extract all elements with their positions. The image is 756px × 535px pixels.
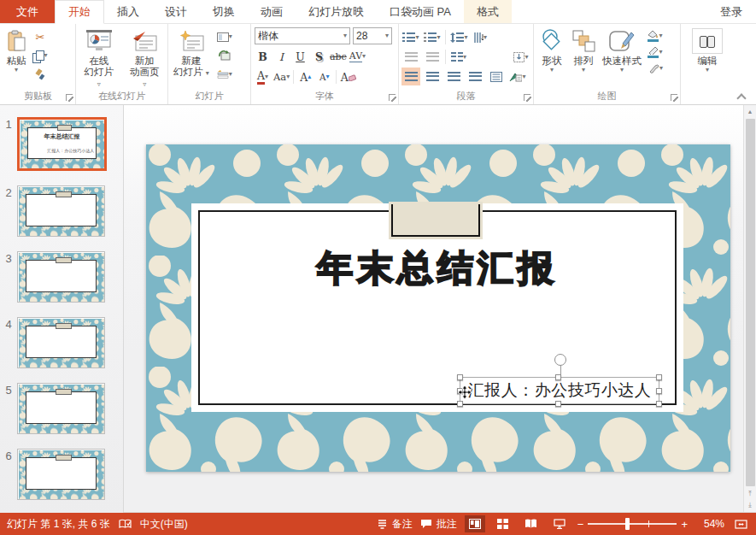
subtitle-text[interactable]: 汇报人：办公技巧小达人: [460, 378, 659, 403]
increase-indent-button[interactable]: [423, 48, 442, 66]
text-shadow-button[interactable]: S: [311, 48, 327, 65]
change-case-button[interactable]: Aa▾: [273, 68, 290, 85]
collapse-ribbon-button[interactable]: [737, 92, 746, 99]
scrollbar-thumb[interactable]: [746, 119, 755, 486]
clear-formatting-button[interactable]: A: [340, 68, 356, 85]
selection-handle-top-right[interactable]: [656, 374, 662, 380]
tab-file[interactable]: 文件: [0, 0, 55, 23]
section-button[interactable]: ▾: [215, 65, 234, 84]
tab-pocket-animation[interactable]: 口袋动画 PA: [377, 0, 464, 23]
increase-font-button[interactable]: A▴: [297, 68, 314, 85]
clipboard-dialog-launcher[interactable]: [66, 94, 73, 101]
columns-button[interactable]: ▾: [449, 48, 468, 66]
distribute-button[interactable]: [487, 68, 506, 85]
reading-view-button[interactable]: [521, 515, 542, 532]
slideshow-view-button[interactable]: [549, 515, 570, 532]
slide-1-canvas[interactable]: 年末总结汇报 汇报人：办公技巧小达人: [146, 144, 730, 472]
font-name-combo[interactable]: 楷体 ▾: [255, 27, 350, 44]
editing-button[interactable]: 编辑 ▾: [689, 26, 725, 73]
font-size-combo[interactable]: 28 ▾: [353, 27, 392, 44]
character-spacing-button[interactable]: AV▾: [349, 48, 366, 65]
text-direction-button[interactable]: ▾: [471, 28, 489, 46]
new-animation-page-button[interactable]: 新加 动画页 ▿: [125, 26, 166, 90]
font-dialog-launcher[interactable]: [389, 94, 396, 101]
previous-slide-button[interactable]: ⤒: [748, 487, 752, 501]
selection-handle-top-middle[interactable]: [555, 374, 561, 380]
bullets-button[interactable]: ▾: [401, 28, 420, 46]
slide-thumbnail-6[interactable]: 6: [0, 449, 123, 500]
paste-button[interactable]: 粘贴 ▾: [3, 26, 29, 90]
font-size-caret[interactable]: ▾: [385, 32, 389, 39]
smartart-button[interactable]: ▾: [508, 68, 527, 85]
tab-slideshow[interactable]: 幻灯片放映: [296, 0, 377, 23]
tab-format[interactable]: 格式: [464, 0, 512, 23]
login-button[interactable]: 登录: [706, 0, 756, 23]
underline-button[interactable]: U: [292, 48, 308, 65]
shapes-button[interactable]: 形状 ▾: [536, 26, 567, 90]
zoom-slider-handle[interactable]: [625, 518, 630, 530]
scroll-up-arrow[interactable]: ▲: [747, 105, 753, 118]
tab-insert[interactable]: 插入: [104, 0, 152, 23]
new-slide-button[interactable]: 新建 幻灯片 ▾: [171, 26, 212, 90]
subtitle-textbox-selected[interactable]: 汇报人：办公技巧小达人: [460, 377, 659, 404]
shape-effects-button[interactable]: ▾: [646, 61, 665, 76]
paste-dropdown-caret[interactable]: ▾: [15, 67, 18, 73]
notes-button[interactable]: 备注: [377, 517, 413, 532]
cut-button[interactable]: ✂: [31, 27, 50, 46]
selection-handle-bottom-right[interactable]: [656, 401, 662, 407]
selection-handle-top-left[interactable]: [457, 374, 463, 380]
numbering-button[interactable]: ▾: [423, 28, 442, 46]
reset-slide-button[interactable]: [215, 46, 234, 65]
slide-thumbnail-1[interactable]: 1 年末总结汇报 汇报人：办公技巧小达人: [0, 117, 123, 171]
align-right-button[interactable]: [444, 68, 463, 85]
spell-check-icon[interactable]: [119, 519, 132, 530]
tab-transitions[interactable]: 切换: [200, 0, 248, 23]
decrease-indent-button[interactable]: [401, 48, 420, 66]
slide-thumbnail-4[interactable]: 4: [0, 317, 123, 368]
comments-button[interactable]: 批注: [420, 517, 457, 532]
slide-sorter-view-button[interactable]: [493, 515, 513, 532]
group-online-slides: 在线 幻灯片 ▿ 新加 动画页 ▿ 在线幻灯片: [76, 24, 168, 104]
zoom-percentage[interactable]: 54%: [695, 518, 724, 530]
line-spacing-button[interactable]: ▾: [449, 28, 468, 46]
shape-fill-button[interactable]: ▾: [646, 28, 665, 44]
layout-button[interactable]: ▾: [215, 27, 234, 46]
align-center-button[interactable]: [423, 68, 442, 85]
tab-home[interactable]: 开始: [55, 0, 104, 24]
bold-button[interactable]: B: [255, 48, 271, 65]
shape-outline-button[interactable]: ▾: [646, 44, 665, 60]
decrease-font-button[interactable]: A▾: [316, 68, 332, 85]
next-slide-button[interactable]: ⤓: [748, 501, 752, 512]
zoom-out-button[interactable]: −: [577, 519, 584, 530]
language-indicator[interactable]: 中文(中国): [140, 517, 188, 532]
italic-button[interactable]: I: [273, 48, 290, 65]
selection-handle-bottom-left[interactable]: [457, 401, 463, 407]
rotation-handle[interactable]: [554, 354, 566, 366]
fit-to-window-button[interactable]: [732, 515, 749, 532]
copy-button[interactable]: ▾: [31, 46, 50, 65]
strikethrough-button[interactable]: abc: [330, 48, 347, 65]
slide-thumbnail-5[interactable]: 5: [0, 383, 123, 434]
selection-handle-bottom-middle[interactable]: [555, 401, 561, 407]
drawing-dialog-launcher[interactable]: [671, 94, 677, 101]
tab-animations[interactable]: 动画: [248, 0, 296, 23]
paragraph-dialog-launcher[interactable]: [524, 94, 530, 101]
selection-handle-middle-right[interactable]: [656, 388, 662, 394]
zoom-in-button[interactable]: +: [681, 519, 688, 530]
font-name-caret[interactable]: ▾: [343, 32, 347, 39]
font-color-button[interactable]: A▾: [255, 68, 271, 85]
normal-view-button[interactable]: [465, 515, 485, 532]
arrange-button[interactable]: 排列 ▾: [569, 26, 598, 90]
justify-button[interactable]: [466, 68, 484, 85]
quick-styles-button[interactable]: 快速样式 ▾: [600, 26, 644, 90]
slide-title-text[interactable]: 年末总结汇报: [191, 244, 683, 292]
align-text-button[interactable]: ▾: [512, 48, 530, 66]
tab-design[interactable]: 设计: [152, 0, 200, 23]
zoom-slider[interactable]: [588, 523, 677, 525]
slide-thumbnail-3[interactable]: 3: [0, 251, 123, 303]
online-slides-button[interactable]: 在线 幻灯片 ▿: [79, 26, 120, 90]
slide-thumbnail-2[interactable]: 2: [0, 185, 123, 237]
vertical-scrollbar[interactable]: ▲ ⤒ ⤓: [743, 105, 756, 512]
format-painter-button[interactable]: [31, 65, 50, 84]
align-left-button[interactable]: [401, 68, 420, 85]
